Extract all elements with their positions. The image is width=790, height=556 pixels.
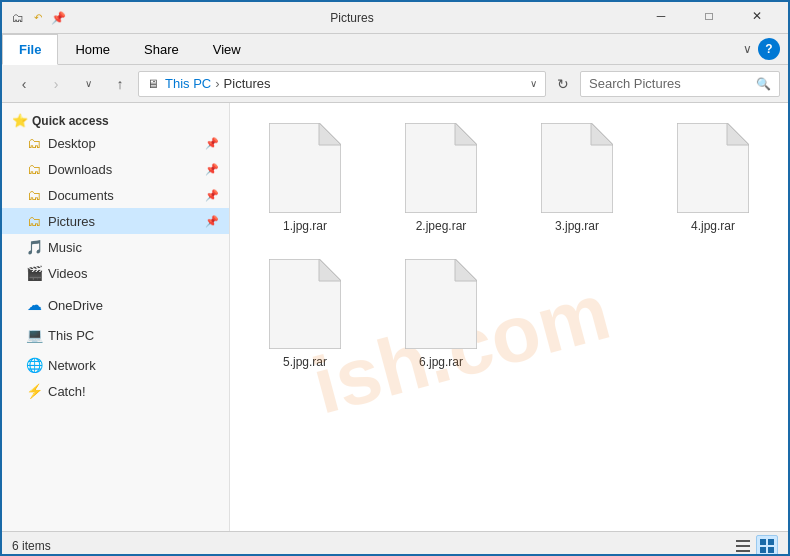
- sidebar-quick-access-header[interactable]: ⭐ Quick access: [2, 109, 229, 130]
- file-icon-3: [541, 123, 613, 213]
- sidebar-pictures-label: Pictures: [48, 214, 95, 229]
- title-bar: 🗂 ↶ 📌 Pictures ─ □ ✕: [2, 2, 788, 34]
- tab-view[interactable]: View: [196, 34, 258, 64]
- pictures-folder-icon: 🗂: [26, 213, 42, 229]
- ribbon-chevron[interactable]: ∨: [743, 42, 752, 56]
- file-item-5[interactable]: 5.jpg.rar: [242, 251, 368, 377]
- sidebar-videos-label: Videos: [48, 266, 88, 281]
- back-button[interactable]: ‹: [10, 70, 38, 98]
- refresh-button[interactable]: ↻: [550, 71, 576, 97]
- pin-icon-downloads: 📌: [205, 163, 219, 176]
- pin-icon-desktop: 📌: [205, 137, 219, 150]
- maximize-button[interactable]: □: [686, 0, 732, 32]
- ribbon: File Home Share View ∨ ?: [2, 34, 788, 65]
- file-icon-6: [405, 259, 477, 349]
- sidebar-item-music[interactable]: 🎵 Music: [2, 234, 229, 260]
- minimize-button[interactable]: ─: [638, 0, 684, 32]
- file-icon-4: [677, 123, 749, 213]
- sidebar-item-videos[interactable]: 🎬 Videos: [2, 260, 229, 286]
- file-content: 1.jpg.rar 2.jpeg.rar: [230, 103, 788, 389]
- desktop-folder-icon: 🗂: [26, 135, 42, 151]
- svg-marker-9: [319, 259, 341, 281]
- file-name-3: 3.jpg.rar: [555, 219, 599, 233]
- file-name-5: 5.jpg.rar: [283, 355, 327, 369]
- sidebar-downloads-label: Downloads: [48, 162, 112, 177]
- sidebar-item-downloads[interactable]: 🗂 Downloads 📌: [2, 156, 229, 182]
- sidebar-item-network[interactable]: 🌐 Network: [2, 352, 229, 378]
- sidebar-item-onedrive[interactable]: ☁ OneDrive: [2, 292, 229, 318]
- this-pc-icon: 💻: [26, 327, 42, 343]
- tab-home[interactable]: Home: [58, 34, 127, 64]
- downloads-folder-icon: 🗂: [26, 161, 42, 177]
- file-item-3[interactable]: 3.jpg.rar: [514, 115, 640, 241]
- file-name-4: 4.jpg.rar: [691, 219, 735, 233]
- up-button[interactable]: ↑: [106, 70, 134, 98]
- close-button[interactable]: ✕: [734, 0, 780, 32]
- breadcrumb-dropdown[interactable]: ∨: [530, 78, 537, 89]
- file-name-1: 1.jpg.rar: [283, 219, 327, 233]
- sidebar-item-catch[interactable]: ⚡ Catch!: [2, 378, 229, 404]
- main-area: ⭐ Quick access 🗂 Desktop 📌 🗂 Downloads 📌…: [2, 103, 788, 531]
- breadcrumb-pictures: Pictures: [224, 76, 271, 91]
- large-icons-view-button[interactable]: [756, 535, 778, 557]
- title-bar-icons: 🗂 ↶ 📌: [10, 10, 66, 26]
- sidebar-item-this-pc[interactable]: 💻 This PC: [2, 322, 229, 348]
- svg-marker-3: [455, 123, 477, 145]
- search-icon[interactable]: 🔍: [756, 77, 771, 91]
- navigation-bar: ‹ › ∨ ↑ 🖥 This PC › Pictures ∨ ↻ Search …: [2, 65, 788, 103]
- breadcrumb-bar: 🖥 This PC › Pictures ∨: [138, 71, 546, 97]
- svg-rect-12: [736, 540, 750, 542]
- file-icon-1: [269, 123, 341, 213]
- sidebar-item-documents[interactable]: 🗂 Documents 📌: [2, 182, 229, 208]
- forward-button[interactable]: ›: [42, 70, 70, 98]
- file-icon-2: [405, 123, 477, 213]
- svg-marker-7: [727, 123, 749, 145]
- breadcrumb-this-pc[interactable]: This PC: [165, 76, 211, 91]
- file-name-6: 6.jpg.rar: [419, 355, 463, 369]
- file-item-2[interactable]: 2.jpeg.rar: [378, 115, 504, 241]
- item-count: 6 items: [12, 539, 51, 553]
- music-icon: 🎵: [26, 239, 42, 255]
- catch-icon: ⚡: [26, 383, 42, 399]
- svg-marker-1: [319, 123, 341, 145]
- file-item-1[interactable]: 1.jpg.rar: [242, 115, 368, 241]
- sidebar-documents-label: Documents: [48, 188, 114, 203]
- tab-file[interactable]: File: [2, 34, 58, 65]
- ribbon-tabs: File Home Share View ∨ ?: [2, 34, 788, 64]
- file-content-wrapper: ish.com 1.jpg.rar: [230, 103, 788, 531]
- sidebar-item-desktop[interactable]: 🗂 Desktop 📌: [2, 130, 229, 156]
- svg-marker-11: [455, 259, 477, 281]
- sidebar-network-label: Network: [48, 358, 96, 373]
- window-title: Pictures: [66, 11, 638, 25]
- documents-folder-icon: 🗂: [26, 187, 42, 203]
- svg-rect-15: [760, 539, 766, 545]
- breadcrumb-separator: ›: [215, 76, 219, 91]
- breadcrumb-folder-icon: 🖥: [147, 77, 159, 91]
- svg-rect-17: [760, 547, 766, 553]
- list-view-button[interactable]: [732, 535, 754, 557]
- folder-icon: 🗂: [10, 10, 26, 26]
- videos-icon: 🎬: [26, 265, 42, 281]
- status-bar: 6 items: [2, 531, 788, 556]
- sidebar-onedrive-label: OneDrive: [48, 298, 103, 313]
- svg-rect-18: [768, 547, 774, 553]
- window-controls: ─ □ ✕: [638, 4, 780, 32]
- pin-icon: 📌: [50, 10, 66, 26]
- sidebar-this-pc-label: This PC: [48, 328, 94, 343]
- sidebar: ⭐ Quick access 🗂 Desktop 📌 🗂 Downloads 📌…: [2, 103, 230, 531]
- undo-icon: ↶: [30, 10, 46, 26]
- help-button[interactable]: ?: [758, 38, 780, 60]
- network-icon: 🌐: [26, 357, 42, 373]
- ribbon-extra: ∨ ?: [743, 34, 788, 64]
- file-item-4[interactable]: 4.jpg.rar: [650, 115, 776, 241]
- sidebar-catch-label: Catch!: [48, 384, 86, 399]
- dropdown-button[interactable]: ∨: [74, 70, 102, 98]
- file-item-6[interactable]: 6.jpg.rar: [378, 251, 504, 377]
- svg-rect-13: [736, 545, 750, 547]
- tab-share[interactable]: Share: [127, 34, 196, 64]
- sidebar-item-pictures[interactable]: 🗂 Pictures 📌: [2, 208, 229, 234]
- svg-rect-14: [736, 550, 750, 552]
- search-bar: Search Pictures 🔍: [580, 71, 780, 97]
- pin-icon-pictures: 📌: [205, 215, 219, 228]
- star-icon: ⭐: [12, 113, 28, 128]
